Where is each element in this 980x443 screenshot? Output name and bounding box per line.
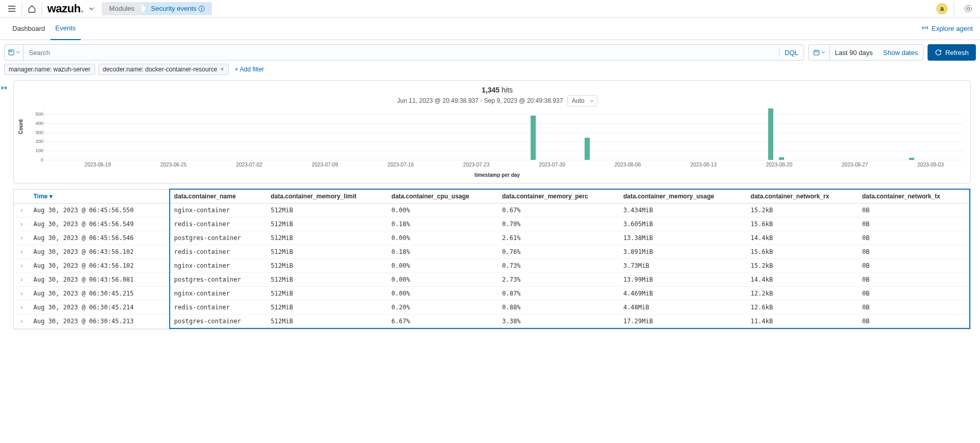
- column-header[interactable]: data.container_cpu_usage: [387, 189, 498, 204]
- cell: Aug 30, 2023 @ 06:30:45.215: [29, 287, 170, 301]
- close-icon[interactable]: ×: [221, 66, 224, 73]
- cell: 512MiB: [267, 231, 388, 245]
- table-row[interactable]: ›Aug 30, 2023 @ 06:45:56.549redis-contai…: [14, 217, 970, 231]
- cell: 0.00%: [387, 273, 498, 287]
- expand-row-icon[interactable]: ›: [14, 204, 29, 217]
- cell: Aug 30, 2023 @ 06:30:45.213: [29, 315, 170, 329]
- cell: 15.6kB: [747, 217, 858, 231]
- breadcrumb-modules[interactable]: Modules: [102, 2, 141, 15]
- refresh-button[interactable]: Refresh: [928, 44, 976, 61]
- column-header[interactable]: data.container_network_rx: [747, 189, 858, 204]
- help-icon[interactable]: [960, 1, 976, 16]
- table-row[interactable]: ›Aug 30, 2023 @ 06:30:45.214redis-contai…: [14, 301, 970, 315]
- cell: redis-container: [170, 217, 267, 231]
- expand-row-icon[interactable]: ›: [14, 315, 29, 329]
- sidebar-toggle-icon[interactable]: [1, 84, 8, 93]
- column-header[interactable]: data.container_name: [170, 189, 267, 204]
- filter-chip[interactable]: manager.name: wazuh-server: [4, 64, 95, 75]
- cell: 3.605MiB: [619, 217, 747, 231]
- column-header[interactable]: data.container_network_tx: [858, 189, 970, 204]
- cell: 15.6kB: [747, 245, 858, 259]
- table-row[interactable]: ›Aug 30, 2023 @ 06:43:56.102nginx-contai…: [14, 259, 970, 273]
- expand-row-icon[interactable]: ›: [14, 287, 29, 301]
- filter-bar: manager.name: wazuh-server decoder.name:…: [0, 63, 980, 80]
- search-input[interactable]: [24, 49, 779, 57]
- table-row[interactable]: ›Aug 30, 2023 @ 06:45:56.550nginx-contai…: [14, 204, 970, 217]
- breadcrumb-security-events[interactable]: Security events i: [141, 2, 212, 15]
- show-dates-link[interactable]: Show dates: [878, 49, 923, 57]
- cell: nginx-container: [170, 204, 267, 217]
- saved-query-button[interactable]: [5, 45, 24, 60]
- cell: 14.4kB: [747, 231, 858, 245]
- x-tick: 2023-08-13: [691, 162, 717, 168]
- divider: [42, 2, 42, 15]
- histogram-chart[interactable]: Count 0100200300400500 2023-06-182023-06…: [31, 109, 963, 171]
- cell: 4.469MiB: [619, 287, 747, 301]
- expand-row-icon[interactable]: ›: [14, 273, 29, 287]
- logo[interactable]: wazuh.: [44, 2, 86, 15]
- x-tick: 2023-07-30: [539, 162, 565, 168]
- filter-chip[interactable]: decoder.name: docker-container-resource …: [98, 64, 229, 75]
- column-header[interactable]: data.container_memory_usage: [619, 189, 747, 204]
- histogram-bar[interactable]: [531, 116, 536, 160]
- content-area: 1,345 hits Jun 11, 2023 @ 20:49:38.937 -…: [0, 80, 980, 335]
- svg-point-1: [967, 7, 970, 10]
- search-segment: DQL: [4, 44, 804, 61]
- add-filter-link[interactable]: + Add filter: [232, 66, 267, 73]
- interval-select[interactable]: Auto: [567, 95, 597, 106]
- cell: 12.6kB: [747, 301, 858, 315]
- tab-dashboard[interactable]: Dashboard: [7, 17, 50, 40]
- cell: 512MiB: [267, 273, 388, 287]
- column-header[interactable]: data.container_memory_perc: [498, 189, 619, 204]
- expand-row-icon[interactable]: ›: [14, 301, 29, 315]
- cell: 12.2kB: [747, 287, 858, 301]
- table-row[interactable]: ›Aug 30, 2023 @ 06:43:56.081postgres-con…: [14, 273, 970, 287]
- cell: 0.18%: [387, 245, 498, 259]
- cell: nginx-container: [170, 259, 267, 273]
- cell: 0B: [858, 217, 970, 231]
- cell: 0B: [858, 204, 970, 217]
- expand-row-icon[interactable]: ›: [14, 231, 29, 245]
- table-row[interactable]: ›Aug 30, 2023 @ 06:45:56.546postgres-con…: [14, 231, 970, 245]
- divider: [954, 2, 954, 15]
- histogram-bar[interactable]: [768, 108, 773, 160]
- histogram-bar[interactable]: [585, 138, 590, 160]
- column-header[interactable]: data.container_memory_limit: [267, 189, 388, 204]
- column-header[interactable]: Time ▾: [29, 189, 170, 204]
- avatar[interactable]: a: [936, 3, 948, 14]
- cell: 0.00%: [387, 204, 498, 217]
- cell: 4.48MiB: [619, 301, 747, 315]
- refresh-label: Refresh: [945, 49, 969, 57]
- expand-row-icon[interactable]: ›: [14, 259, 29, 273]
- x-tick: 2023-08-06: [614, 162, 641, 168]
- results-table: Time ▾data.container_namedata.container_…: [13, 189, 971, 329]
- x-tick: 2023-08-20: [766, 162, 792, 168]
- breadcrumb: Modules Security events i: [102, 2, 212, 15]
- table-row[interactable]: ›Aug 30, 2023 @ 06:30:45.213postgres-con…: [14, 315, 970, 329]
- home-icon[interactable]: [24, 1, 40, 16]
- table-row[interactable]: ›Aug 30, 2023 @ 06:30:45.215nginx-contai…: [14, 287, 970, 301]
- date-picker[interactable]: Last 90 days Show dates: [808, 44, 924, 61]
- explore-agent-link[interactable]: Explore agent: [921, 24, 973, 33]
- dql-toggle[interactable]: DQL: [779, 49, 804, 57]
- cell: 0B: [858, 273, 970, 287]
- cell: 512MiB: [267, 315, 388, 329]
- date-range-text: Last 90 days: [830, 49, 878, 57]
- table-row[interactable]: ›Aug 30, 2023 @ 06:43:56.102redis-contai…: [14, 245, 970, 259]
- x-axis-label: timestamp per day: [31, 172, 963, 178]
- expand-row-icon[interactable]: ›: [14, 217, 29, 231]
- chevron-down-icon[interactable]: [86, 1, 97, 16]
- x-tick: 2023-07-09: [312, 162, 338, 168]
- cell: 15.2kB: [747, 259, 858, 273]
- breadcrumb-label: Security events: [151, 2, 197, 15]
- cell: 512MiB: [267, 287, 388, 301]
- x-tick: 2023-07-02: [236, 162, 262, 168]
- tab-events[interactable]: Events: [50, 17, 81, 40]
- x-tick: 2023-08-27: [842, 162, 868, 168]
- cell: 17.29MiB: [619, 315, 747, 329]
- menu-icon[interactable]: [4, 1, 20, 16]
- expand-row-icon[interactable]: ›: [14, 245, 29, 259]
- calendar-icon[interactable]: [809, 45, 830, 60]
- y-tick: 400: [32, 121, 43, 126]
- info-icon[interactable]: i: [198, 6, 205, 12]
